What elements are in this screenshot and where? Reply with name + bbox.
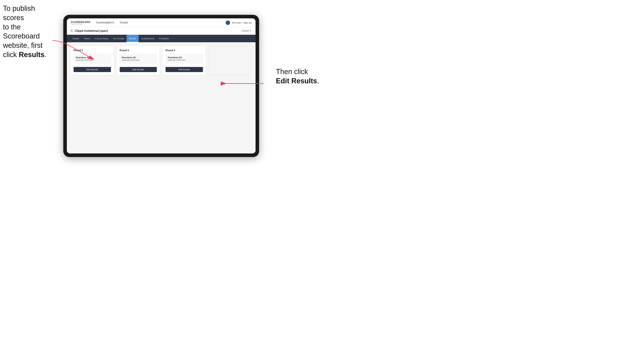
instruction-left: To publish scores to the Scoreboard webs… [3, 4, 56, 59]
tab-teams-label: Teams [84, 37, 90, 40]
instruction-line4: click [3, 51, 19, 59]
user-avatar: T [226, 20, 230, 25]
logo-text: SCOREBOARD [71, 21, 90, 23]
tab-results[interactable]: Results [126, 35, 139, 42]
round-1-card: Round 1 Peachtree GC Gold (M) (7010 yds)… [71, 46, 114, 75]
nav-tournaments[interactable]: TOURNAMENTS [95, 21, 115, 24]
tab-course-setup-label: Course Setup [95, 37, 108, 40]
round-1-course-details: Gold (M) (7010 yds) [76, 59, 109, 61]
tab-tee-groups[interactable]: Tee Groups [110, 35, 126, 42]
tournament-icon: C [71, 29, 73, 33]
tab-details[interactable]: Details [70, 35, 82, 42]
tournament-title-area: C Clippd Invitational (open) [71, 29, 108, 33]
cancel-button[interactable]: Cancel ✕ [242, 29, 252, 32]
round-1-edit-results-button[interactable]: Edit Results [74, 67, 111, 72]
instruction-right-bold: Edit Results [276, 77, 317, 85]
nav-right: T Test User | Sign out [226, 20, 252, 25]
tab-tee-groups-label: Tee Groups [113, 37, 124, 40]
round-4-empty [209, 46, 252, 75]
tournament-title: Clippd Invitational (open) [75, 29, 108, 32]
nav-links: TOURNAMENTS TEAMS [95, 21, 226, 24]
round-2-edit-results-button[interactable]: Edit Results [120, 67, 157, 72]
round-3-course: Peachtree GC Gold (M) (7010 yds) [166, 54, 203, 63]
round-2-card: Round 2 Peachtree GC Gold (M) (7010 yds)… [117, 46, 160, 75]
round-2-course: Peachtree GC Gold (M) (7010 yds) [120, 54, 157, 63]
instruction-right-punct: . [317, 77, 319, 85]
round-1-title: Round 1 [74, 49, 111, 52]
cancel-label: Cancel [242, 29, 249, 32]
round-2-course-name: Peachtree GC [122, 56, 155, 59]
instruction-punct: . [44, 51, 46, 59]
instruction-bold: Results [19, 51, 44, 59]
tab-printables[interactable]: Printables [157, 35, 171, 42]
tab-leaderboards-label: Leaderboards [141, 37, 154, 40]
instruction-right: Then click Edit Results. [276, 67, 319, 86]
round-3-course-name: Peachtree GC [168, 56, 201, 59]
content-area: Round 1 Peachtree GC Gold (M) (7010 yds)… [67, 42, 256, 154]
tab-leaderboards[interactable]: Leaderboards [139, 35, 157, 42]
close-icon: ✕ [250, 29, 252, 32]
instruction-right-line1: Then click [276, 68, 308, 76]
instruction-line2: to the Scoreboard [3, 23, 40, 40]
rounds-grid: Round 1 Peachtree GC Gold (M) (7010 yds)… [71, 46, 252, 75]
tournament-header: C Clippd Invitational (open) Cancel ✕ [67, 27, 256, 35]
top-nav: SCOREBOARD Powered by clippd TOURNAMENTS… [67, 18, 256, 27]
tab-results-label: Results [129, 37, 136, 40]
round-3-title: Round 3 [166, 49, 203, 52]
round-2-course-details: Gold (M) (7010 yds) [122, 59, 155, 61]
round-3-course-details: Gold (M) (7010 yds) [168, 59, 201, 61]
round-1-course: Peachtree GC Gold (M) (7010 yds) [74, 54, 111, 63]
instruction-line3: website, first [3, 41, 42, 49]
round-1-course-name: Peachtree GC [76, 56, 109, 59]
round-3-card: Round 3 Peachtree GC Gold (M) (7010 yds)… [163, 46, 206, 75]
sign-out-link[interactable]: Sign out [244, 21, 252, 24]
tab-teams[interactable]: Teams [82, 35, 92, 42]
logo-powered: Powered by clippd [71, 23, 90, 25]
round-3-edit-results-button[interactable]: Edit Results [166, 67, 203, 72]
tab-details-label: Details [72, 37, 79, 40]
sub-nav: Details Teams Course Setup Tee Groups Re… [67, 35, 256, 42]
tab-printables-label: Printables [159, 37, 169, 40]
user-label: Test User | [232, 21, 242, 24]
round-2-title: Round 2 [120, 49, 157, 52]
nav-teams[interactable]: TEAMS [119, 21, 128, 24]
logo-area: SCOREBOARD Powered by clippd [71, 21, 90, 25]
tab-course-setup[interactable]: Course Setup [92, 35, 110, 42]
tablet-screen: SCOREBOARD Powered by clippd TOURNAMENTS… [67, 18, 256, 154]
tablet-device: SCOREBOARD Powered by clippd TOURNAMENTS… [63, 15, 259, 157]
instruction-line1: To publish scores [3, 4, 35, 22]
